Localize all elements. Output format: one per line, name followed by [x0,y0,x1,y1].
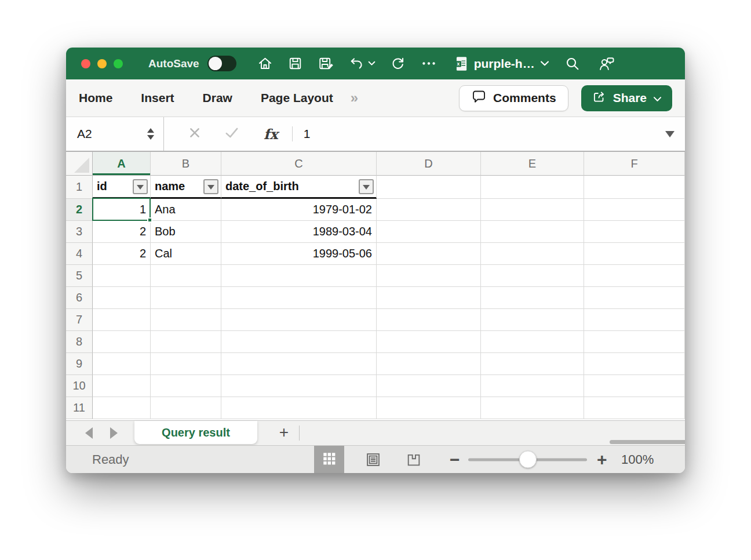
confirm-entry-icon[interactable] [224,126,239,141]
column-header-D[interactable]: D [377,152,481,176]
tab-draw[interactable]: Draw [203,91,232,105]
row-header-1[interactable]: 1 [66,176,93,199]
cell-C9[interactable] [221,353,377,375]
row-header-9[interactable]: 9 [66,353,93,375]
cell-C7[interactable] [221,309,377,331]
cell-C1[interactable]: date_of_birth [221,176,377,199]
column-header-F[interactable]: F [584,152,685,176]
cell-F9[interactable] [584,353,685,375]
column-header-B[interactable]: B [151,152,221,176]
cell-C8[interactable] [221,331,377,353]
row-header-10[interactable]: 10 [66,375,93,397]
cell-B7[interactable] [151,309,221,331]
cell-C5[interactable] [221,265,377,287]
minimize-window-button[interactable] [97,59,107,68]
zoom-in-button[interactable]: + [597,451,607,468]
fullscreen-window-button[interactable] [114,59,123,68]
select-all-corner[interactable] [66,152,93,176]
cell-E3[interactable] [481,221,584,243]
cell-A4[interactable]: 2 [93,243,151,265]
undo-icon[interactable] [349,56,364,71]
cell-F5[interactable] [584,265,685,287]
next-sheet-arrow-icon[interactable] [110,427,118,439]
cell-C4[interactable]: 1999-05-06 [221,243,377,265]
add-sheet-button[interactable]: + [270,421,298,444]
column-header-C[interactable]: C [221,152,377,176]
home-icon[interactable] [257,56,273,71]
comments-button[interactable]: Comments [459,85,568,111]
cell-E2[interactable] [481,199,584,221]
cell-E10[interactable] [481,375,584,397]
save-icon[interactable] [287,56,303,71]
formula-input[interactable]: 1 [304,127,311,141]
cell-F11[interactable] [584,397,685,419]
filter-button-name[interactable] [203,179,218,194]
cell-D3[interactable] [377,221,481,243]
name-box[interactable]: A2 [66,117,163,151]
zoom-out-button[interactable]: − [450,451,460,468]
cell-E6[interactable] [481,287,584,309]
cell-B9[interactable] [151,353,221,375]
ribbon-overflow-chevron-icon[interactable]: » [351,90,357,106]
close-window-button[interactable] [81,59,90,68]
tab-home[interactable]: Home [79,91,112,105]
horizontal-scrollbar[interactable] [610,440,685,444]
row-header-5[interactable]: 5 [66,265,93,287]
cell-B11[interactable] [151,397,221,419]
formula-bar-expand-icon[interactable] [665,131,675,137]
cell-D7[interactable] [377,309,481,331]
spinner-up-icon[interactable] [147,128,154,133]
row-header-6[interactable]: 6 [66,287,93,309]
column-header-E[interactable]: E [481,152,584,176]
tab-insert[interactable]: Insert [141,91,174,105]
cell-E8[interactable] [481,331,584,353]
cell-C3[interactable]: 1989-03-04 [221,221,377,243]
cell-D6[interactable] [377,287,481,309]
cell-E9[interactable] [481,353,584,375]
normal-view-button[interactable] [314,446,344,473]
cell-E1[interactable] [481,176,584,199]
cell-C11[interactable] [221,397,377,419]
cell-C10[interactable] [221,375,377,397]
name-box-spinner[interactable] [147,128,154,140]
people-presence-icon[interactable] [598,56,615,72]
filter-button-id[interactable] [133,179,148,194]
cell-B2[interactable]: Ana [151,199,221,221]
sheet-tab-query-result[interactable]: Query result [134,421,257,444]
cell-B3[interactable]: Bob [151,221,221,243]
save-as-icon[interactable] [318,56,334,71]
cell-B8[interactable] [151,331,221,353]
previous-sheet-arrow-icon[interactable] [85,427,93,439]
cell-F8[interactable] [584,331,685,353]
cell-D8[interactable] [377,331,481,353]
cell-E7[interactable] [481,309,584,331]
cell-F1[interactable] [584,176,685,199]
cell-F3[interactable] [584,221,685,243]
more-options-icon[interactable] [420,56,438,71]
cell-C2[interactable]: 1979-01-02 [221,199,377,221]
search-icon[interactable] [564,56,581,72]
cell-A7[interactable] [93,309,151,331]
cell-A8[interactable] [93,331,151,353]
row-header-2[interactable]: 2 [66,199,93,221]
fill-handle[interactable] [147,217,152,223]
cell-B6[interactable] [151,287,221,309]
cell-D2[interactable] [377,199,481,221]
cell-F6[interactable] [584,287,685,309]
cell-B1[interactable]: name [151,176,221,199]
cell-D9[interactable] [377,353,481,375]
undo-dropdown-chevron-icon[interactable] [368,61,376,66]
redo-icon[interactable] [390,56,406,71]
cell-A5[interactable] [93,265,151,287]
cell-D1[interactable] [377,176,481,199]
cell-A9[interactable] [93,353,151,375]
cell-C6[interactable] [221,287,377,309]
cell-B5[interactable] [151,265,221,287]
tab-page-layout[interactable]: Page Layout [261,91,333,105]
page-break-preview-button[interactable] [406,452,422,468]
cell-F4[interactable] [584,243,685,265]
zoom-slider[interactable] [468,458,587,461]
cell-F2[interactable] [584,199,685,221]
page-layout-view-button[interactable] [365,452,381,468]
cell-D5[interactable] [377,265,481,287]
